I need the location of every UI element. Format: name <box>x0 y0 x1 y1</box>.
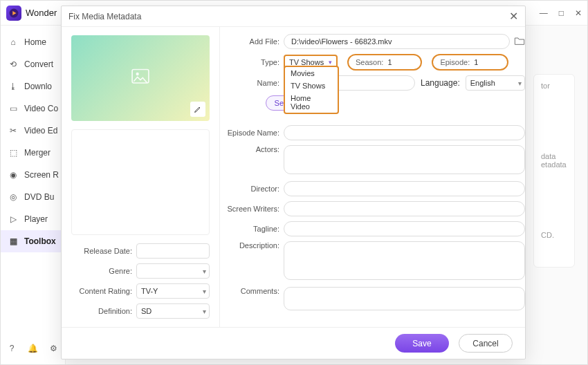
modal-title: Fix Media Metadata <box>68 12 141 21</box>
season-value: 1 <box>387 58 414 66</box>
search-row: Search <box>224 95 525 111</box>
description-input[interactable] <box>284 241 525 280</box>
actors-label: Actors: <box>224 145 279 153</box>
chevron-down-icon: ▾ <box>203 288 206 295</box>
language-select[interactable]: English▾ <box>466 75 525 91</box>
chevron-down-icon: ▾ <box>518 79 522 87</box>
episode-label: Episode: <box>440 58 470 66</box>
modal-footer: Save Cancel <box>62 327 525 359</box>
home-icon: ⌂ <box>8 37 19 48</box>
definition-select[interactable]: SD▾ <box>136 303 210 319</box>
sidebar-item-screen-recorder[interactable]: ◉Screen R <box>1 164 65 186</box>
background-card: tor data etadata CD. <box>533 74 575 268</box>
left-form: Release Date: Genre: ▾ Content Rating: T… <box>71 243 210 319</box>
episode-name-label: Episode Name: <box>224 129 279 137</box>
bg-text: tor <box>541 82 567 90</box>
chevron-down-icon: ▾ <box>203 308 206 315</box>
sidebar-item-player[interactable]: ▷Player <box>1 208 65 230</box>
folder-icon <box>514 36 525 46</box>
director-row: Director: <box>224 181 525 196</box>
minimize-button[interactable]: — <box>540 8 548 18</box>
settings-icon[interactable]: ⚙ <box>48 342 59 355</box>
cancel-button[interactable]: Cancel <box>459 334 513 353</box>
actors-input[interactable] <box>284 145 525 174</box>
cancel-button-label: Cancel <box>472 339 498 348</box>
modal-close-button[interactable]: ✕ <box>509 10 518 23</box>
chevron-down-icon: ▾ <box>329 59 332 66</box>
season-field[interactable]: Season: 1 <box>347 54 422 71</box>
content-rating-select[interactable]: TV-Y▾ <box>136 283 210 299</box>
add-file-path[interactable]: D:\video\Flowers - 66823.mkv <box>284 34 510 49</box>
genre-row: Genre: ▾ <box>71 263 210 279</box>
description-preview-box <box>71 129 210 235</box>
app-logo <box>6 6 21 21</box>
play-logo-icon <box>9 8 19 18</box>
tagline-row: Tagline: <box>224 221 525 236</box>
edit-thumbnail-button[interactable] <box>190 102 205 117</box>
season-label: Season: <box>356 58 383 66</box>
screenwriters-input[interactable] <box>284 201 525 216</box>
screenwriters-label: Screen Writers: <box>224 205 279 213</box>
play-icon: ▷ <box>8 214 19 225</box>
modal-left-column: Release Date: Genre: ▾ Content Rating: T… <box>62 27 220 327</box>
name-row: Name: Language: English▾ <box>224 75 525 91</box>
help-icon[interactable]: ? <box>6 342 17 355</box>
disc-icon: ◎ <box>8 191 19 203</box>
modal-right-column: Add File: D:\video\Flowers - 66823.mkv T… <box>220 27 525 327</box>
episode-field[interactable]: Episode: 1 <box>432 54 508 71</box>
browse-folder-button[interactable] <box>514 36 525 48</box>
director-input[interactable] <box>284 181 525 196</box>
content-rating-label: Content Rating: <box>71 287 132 295</box>
sidebar-item-converter[interactable]: ⟲Convert <box>1 53 65 75</box>
comments-label: Comments: <box>224 287 279 295</box>
sidebar-item-dvd-burner[interactable]: ◎DVD Bu <box>1 186 65 208</box>
sidebar-item-video-compressor[interactable]: ▭Video Co <box>1 97 65 120</box>
save-button[interactable]: Save <box>395 334 449 353</box>
add-file-label: Add File: <box>224 37 279 46</box>
definition-row: Definition: SD▾ <box>71 303 210 319</box>
type-option-movies[interactable]: Movies <box>285 67 338 79</box>
screenwriters-row: Screen Writers: <box>224 201 525 216</box>
sidebar-item-label: Video Ed <box>24 126 58 135</box>
sidebar-item-home[interactable]: ⌂Home <box>1 31 65 53</box>
genre-select[interactable]: ▾ <box>136 263 210 279</box>
sidebar-item-label: Downlo <box>24 82 52 91</box>
add-file-row: Add File: D:\video\Flowers - 66823.mkv <box>224 34 525 49</box>
name-label: Name: <box>224 79 279 87</box>
maximize-button[interactable]: □ <box>559 8 564 18</box>
type-option-homevideo[interactable]: Home Video <box>285 92 338 113</box>
sidebar-item-label: Toolbox <box>24 236 56 246</box>
sidebar-item-toolbox[interactable]: ▦Toolbox <box>1 230 65 252</box>
sidebar-bottom: ? 🔔 ⚙ <box>1 335 65 364</box>
sidebar-item-label: Player <box>24 214 48 224</box>
release-date-row: Release Date: <box>71 243 210 259</box>
record-icon: ◉ <box>8 169 19 180</box>
type-row: Type: TV Shows▾ Season: 1 Episode: 1 <box>224 54 525 71</box>
thumbnail-preview <box>71 35 210 121</box>
release-date-input[interactable] <box>136 243 210 259</box>
language-value: English <box>470 79 495 87</box>
bg-text: data <box>541 152 567 160</box>
sidebar-item-label: Video Co <box>24 104 58 113</box>
close-window-button[interactable]: ✕ <box>575 8 582 18</box>
comments-input[interactable] <box>284 287 525 310</box>
bell-icon[interactable]: 🔔 <box>27 342 38 355</box>
definition-value: SD <box>141 307 151 315</box>
sidebar-item-video-editor[interactable]: ✂Video Ed <box>1 120 65 142</box>
app-title: Wonder <box>26 8 57 18</box>
episode-name-input[interactable] <box>284 125 525 140</box>
content-rating-value: TV-Y <box>141 287 158 295</box>
svg-point-2 <box>136 73 139 75</box>
tagline-input[interactable] <box>284 221 525 236</box>
bg-text: etadata <box>541 160 567 169</box>
sidebar-item-downloader[interactable]: ⭳Downlo <box>1 75 65 97</box>
download-icon: ⭳ <box>8 81 19 92</box>
grid-icon: ▦ <box>8 236 19 247</box>
type-option-tvshows[interactable]: TV Shows <box>285 79 338 92</box>
tagline-label: Tagline: <box>224 225 279 233</box>
sidebar-item-label: Merger <box>24 148 50 158</box>
window-controls: — □ ✕ <box>540 8 582 18</box>
sidebar-item-merger[interactable]: ⬚Merger <box>1 142 65 164</box>
episode-name-row: Episode Name: <box>224 125 525 140</box>
modal-titlebar: Fix Media Metadata ✕ <box>62 6 525 27</box>
